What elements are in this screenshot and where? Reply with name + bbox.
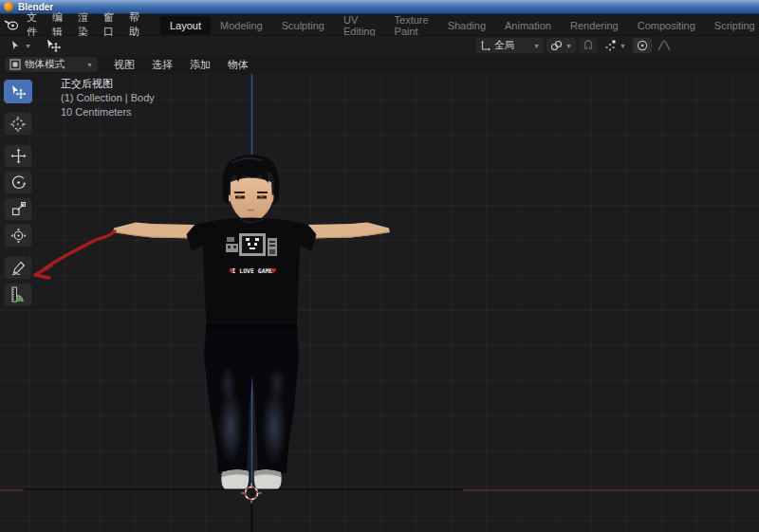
workspace-tabs: Layout Modeling Sculpting UV Editing Tex…: [160, 14, 759, 35]
tool-tweak-select[interactable]: [4, 80, 32, 103]
tab-rendering[interactable]: Rendering: [561, 16, 628, 35]
tool-cursor-icon: [9, 40, 22, 52]
chevron-down-icon: ▼: [86, 62, 93, 68]
menu-render[interactable]: 渲染: [70, 14, 96, 35]
tool-settings-bar: ▼ 全局 ▼: [0, 36, 759, 55]
shirt-heart-right: ♥: [270, 267, 276, 275]
active-tool-selector[interactable]: ▼: [6, 38, 35, 53]
chevron-down-icon: ▼: [533, 43, 540, 49]
shirt-text: I LOVE GAME: [231, 267, 272, 275]
menu-edit[interactable]: 编辑: [45, 14, 70, 35]
blender-logo-icon[interactable]: [4, 16, 19, 33]
snap-settings-dropdown[interactable]: ▼: [601, 38, 630, 53]
cursor-tool-icon: [9, 116, 27, 133]
scale-icon: [10, 201, 27, 217]
tweak-select-icon: [9, 84, 27, 100]
tool-shelf: [4, 80, 32, 306]
snap-toggle-button[interactable]: [579, 38, 598, 53]
chevron-down-icon: ▼: [25, 43, 31, 49]
snap-target-icon: [604, 40, 617, 51]
pants-knee-highlight-left: [219, 367, 236, 401]
tool-rotate[interactable]: [4, 171, 32, 194]
menu-add[interactable]: 添加: [181, 58, 219, 72]
viewport-3d[interactable]: [0, 74, 759, 532]
tool-transform[interactable]: [4, 224, 32, 248]
measure-ruler-icon: [9, 285, 27, 303]
falloff-curve-icon: [657, 40, 671, 51]
top-menu-bar: 文件 编辑 渲染 窗口 帮助 Layout Modeling Sculpting…: [0, 14, 759, 36]
menu-view[interactable]: 视图: [105, 58, 143, 72]
menu-help[interactable]: 帮助: [121, 14, 147, 35]
transform-orientation-dropdown[interactable]: 全局 ▼: [476, 38, 544, 53]
proportional-editing-button[interactable]: [633, 38, 652, 53]
tool-move[interactable]: [4, 144, 32, 168]
tab-animation[interactable]: Animation: [495, 16, 561, 35]
rotate-icon: [10, 174, 27, 191]
pivot-point-icon: [550, 40, 563, 51]
mouth: [248, 210, 254, 211]
left-eye-glint: [238, 196, 241, 198]
annotate-pencil-icon: [10, 260, 27, 276]
pants-shin-highlight-left: [218, 389, 243, 465]
magnet-icon: [583, 40, 594, 51]
tab-texture-paint[interactable]: Texture Paint: [385, 16, 438, 35]
tool-scale[interactable]: [4, 197, 32, 221]
orientation-global-icon: [480, 40, 491, 51]
tab-shading[interactable]: Shading: [438, 16, 495, 35]
proportional-editing-icon: [637, 40, 648, 51]
tool-cursor[interactable]: [4, 112, 32, 136]
orientation-label: 全局: [494, 39, 514, 52]
menu-select[interactable]: 选择: [143, 58, 181, 72]
tool-annotate[interactable]: [4, 256, 32, 280]
pants-shin-highlight-right: [262, 389, 287, 465]
os-title-bar[interactable]: Blender: [0, 0, 759, 14]
right-eyebrow: [257, 192, 268, 193]
blender-window: Blender 文件 编辑 渲染 窗口 帮助 Layout Modeling S…: [0, 0, 759, 532]
tab-layout[interactable]: Layout: [160, 16, 211, 35]
object-mode-icon: [9, 59, 21, 70]
tab-compositing[interactable]: Compositing: [628, 16, 705, 35]
blender-app-icon: [4, 2, 13, 11]
menu-object[interactable]: 物体: [219, 58, 257, 72]
chevron-down-icon: ▼: [620, 43, 626, 49]
left-eyebrow: [234, 192, 245, 193]
proportional-falloff-dropdown[interactable]: [655, 38, 674, 53]
viewport-header: 物体模式 ▼ 视图 选择 添加 物体: [0, 55, 759, 74]
shirt-hem-shadow: [206, 324, 297, 328]
menu-window[interactable]: 窗口: [96, 14, 121, 35]
pivot-point-dropdown[interactable]: ▼: [546, 38, 576, 53]
tab-modeling[interactable]: Modeling: [211, 16, 272, 35]
pants-knee-highlight-right: [268, 367, 286, 401]
menu-file[interactable]: 文件: [19, 14, 45, 35]
right-eye-glint: [260, 196, 263, 198]
tweak-tool-icon[interactable]: [45, 39, 62, 53]
tab-scripting[interactable]: Scripting: [705, 16, 759, 35]
tool-measure[interactable]: [4, 283, 32, 306]
chevron-down-icon: ▼: [565, 43, 572, 49]
mode-dropdown[interactable]: 物体模式 ▼: [5, 57, 98, 72]
viewport-menus: 视图 选择 添加 物体: [105, 58, 257, 72]
mode-label: 物体模式: [25, 58, 83, 71]
tab-sculpting[interactable]: Sculpting: [272, 16, 334, 35]
tab-uv-editing[interactable]: UV Editing: [334, 16, 385, 35]
move-icon: [10, 148, 27, 164]
transform-icon: [10, 228, 27, 244]
